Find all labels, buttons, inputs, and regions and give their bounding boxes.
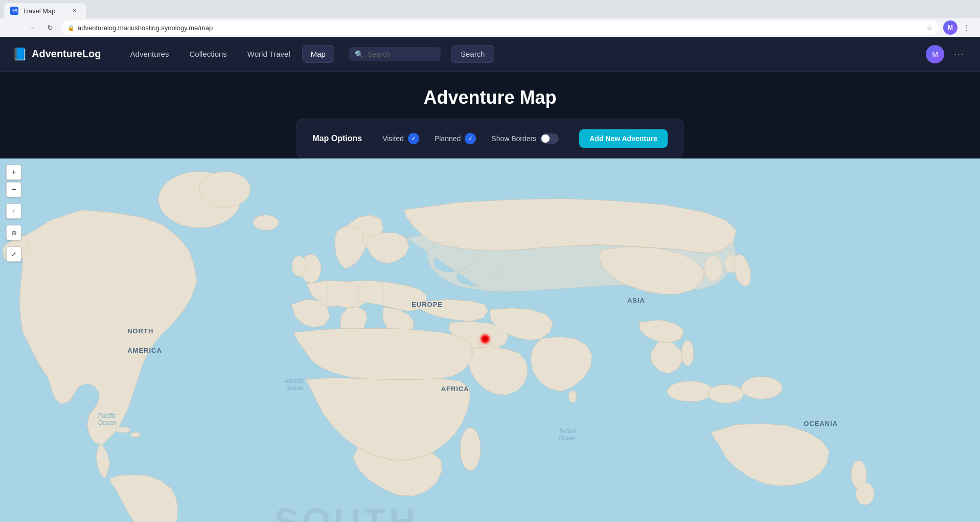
svg-point-7: [292, 256, 306, 277]
logo[interactable]: 📘 AdventureLog: [12, 47, 101, 61]
active-tab[interactable]: 🗺 Travel Map ✕: [4, 3, 86, 18]
page-title: Adventure Map: [423, 87, 556, 108]
app: 📘 AdventureLog Adventures Collections Wo…: [0, 37, 980, 522]
bookmark-icon[interactable]: ☆: [926, 24, 933, 32]
svg-point-5: [130, 433, 141, 438]
browser-tabs: 🗺 Travel Map ✕: [0, 0, 980, 18]
tab-favicon: 🗺: [10, 7, 18, 15]
search-box[interactable]: 🔍: [349, 47, 441, 61]
planned-label: Planned: [435, 134, 461, 143]
world-map-svg: [0, 158, 980, 522]
svg-point-10: [741, 377, 782, 399]
map-controls: + − ↑ ⊕ ⤢: [6, 165, 21, 262]
back-button[interactable]: ←: [6, 20, 20, 35]
north-button[interactable]: ↑: [6, 203, 21, 219]
forward-button[interactable]: →: [25, 20, 39, 35]
nav-map[interactable]: Map: [302, 45, 334, 63]
nav-links: Adventures Collections World Travel Map: [122, 45, 334, 63]
browser-actions: M ⋮: [943, 20, 974, 35]
search-icon: 🔍: [355, 50, 363, 58]
visited-checkbox[interactable]: ✓: [408, 133, 419, 144]
tab-title: Travel Map: [22, 7, 56, 15]
address-bar[interactable]: 🔒 adventurelog.mariushosting.synology.me…: [61, 20, 939, 35]
adventure-marker[interactable]: [481, 334, 490, 344]
svg-point-4: [115, 427, 130, 433]
visited-label: Visited: [382, 134, 404, 143]
zoom-in-button[interactable]: +: [6, 165, 21, 180]
svg-point-16: [856, 483, 874, 505]
svg-point-11: [704, 256, 722, 282]
show-borders-toggle[interactable]: [540, 133, 559, 144]
refresh-button[interactable]: ↻: [43, 20, 57, 35]
fullscreen-button[interactable]: ⤢: [6, 246, 21, 262]
navbar: 📘 AdventureLog Adventures Collections Wo…: [0, 37, 980, 72]
logo-text: AdventureLog: [32, 48, 101, 60]
map-options-title: Map Options: [312, 134, 362, 143]
nav-collections[interactable]: Collections: [180, 45, 235, 63]
profile-avatar[interactable]: M: [943, 20, 958, 35]
show-borders-option: Show Borders: [491, 133, 559, 144]
tab-close-button[interactable]: ✕: [71, 7, 79, 15]
search-input[interactable]: [368, 50, 429, 58]
nav-adventures[interactable]: Adventures: [122, 45, 178, 63]
visited-option: Visited ✓: [382, 133, 419, 144]
browser-chrome: 🗺 Travel Map ✕ ← → ↻ 🔒 adventurelog.mari…: [0, 0, 980, 37]
svg-point-19: [568, 391, 577, 403]
location-button[interactable]: ⊕: [6, 225, 21, 240]
search-button[interactable]: Search: [451, 45, 495, 63]
show-borders-label: Show Borders: [491, 134, 536, 143]
svg-point-14: [460, 428, 481, 471]
page-content: Adventure Map Map Options Visited ✓ Plan…: [0, 72, 980, 158]
svg-point-2: [199, 172, 250, 208]
more-options-button[interactable]: ⋯: [949, 46, 968, 62]
svg-point-8: [667, 381, 713, 402]
planned-option: Planned ✓: [435, 133, 476, 144]
logo-icon: 📘: [12, 47, 28, 61]
user-avatar[interactable]: M: [926, 45, 944, 63]
url-text: adventurelog.mariushosting.synology.me/m…: [78, 24, 923, 32]
svg-point-18: [681, 341, 694, 366]
lock-icon: 🔒: [67, 25, 75, 31]
nav-world-travel[interactable]: World Travel: [239, 45, 299, 63]
toggle-thumb: [541, 134, 550, 143]
planned-checkbox[interactable]: ✓: [465, 133, 476, 144]
add-adventure-button[interactable]: Add New Adventure: [579, 129, 668, 148]
svg-point-3: [253, 215, 279, 231]
map-container[interactable]: NORTH AMERICA EUROPE ASIA AFRICA Atlanti…: [0, 158, 980, 522]
navbar-right: M ⋯: [926, 45, 968, 63]
map-options-card: Map Options Visited ✓ Planned ✓ Show Bor…: [297, 119, 683, 158]
browser-toolbar: ← → ↻ 🔒 adventurelog.mariushosting.synol…: [0, 18, 980, 37]
extensions-button[interactable]: ⋮: [960, 20, 974, 35]
svg-point-9: [708, 385, 744, 403]
zoom-out-button[interactable]: −: [6, 182, 21, 197]
